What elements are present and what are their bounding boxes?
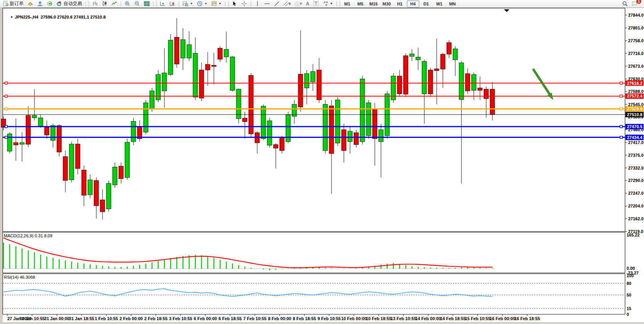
candle-body <box>174 37 179 64</box>
candle-body <box>471 74 476 90</box>
chart-symbol-period: JPN225-,H4 <box>15 15 38 19</box>
bar-chart-button[interactable] <box>90 0 100 8</box>
fibonacci-glyph: F <box>300 2 302 5</box>
line-handle[interactable] <box>5 125 7 128</box>
candle-body <box>106 183 111 209</box>
template-icon <box>211 1 217 7</box>
line-handle[interactable] <box>5 108 7 110</box>
candle-body <box>143 103 148 132</box>
candle-body <box>44 127 49 135</box>
rsi-panel[interactable] <box>3 274 625 314</box>
profile-icon <box>37 1 43 7</box>
line-handle[interactable] <box>620 95 622 97</box>
chart-collapse-icon: ▼ <box>10 15 13 19</box>
candle-body <box>317 70 321 100</box>
horizontal-line-button[interactable] <box>262 0 272 8</box>
cursor-button[interactable] <box>230 0 239 8</box>
chart-canvas[interactable]: 27844.027801.027758.027716.027673.027630… <box>0 8 644 324</box>
price-tick-label: 27545.0 <box>628 102 644 107</box>
timeframe-M5[interactable]: M5 <box>354 0 367 7</box>
candlestick-button[interactable] <box>100 0 109 8</box>
line-handle[interactable] <box>5 136 7 139</box>
candle-body <box>168 40 173 75</box>
price-tick-label: 27673.0 <box>628 64 644 69</box>
periods-clock-button[interactable]: ▼ <box>195 0 209 8</box>
crosshair-button[interactable] <box>239 0 249 8</box>
price-line-label: 27434.4 <box>627 135 643 140</box>
timeframe-M30[interactable]: M30 <box>381 0 393 7</box>
timeframe-group: M1M5M15M30H1H4D1W1MN <box>341 0 459 7</box>
label-button[interactable]: T <box>311 0 321 8</box>
new-order-icon <box>3 1 9 7</box>
candle-body <box>100 200 105 212</box>
rsi-axis-label: 0 <box>627 312 629 317</box>
candle-body <box>335 100 340 143</box>
candle-body <box>75 144 80 168</box>
time-tick-label: 31 Jan 18:55 <box>69 316 94 321</box>
price-tick-label: 27844.0 <box>628 13 644 17</box>
line-handle[interactable] <box>620 82 622 84</box>
candle-body <box>14 142 18 145</box>
line-handle[interactable] <box>620 125 622 128</box>
time-tick-label: 3 Feb 10:55 <box>169 316 192 321</box>
chart-title: ▼JPN225-,H4 27596.0 27620.6 27491.1 2751… <box>3 10 106 24</box>
timeframe-W1[interactable]: W1 <box>433 0 446 7</box>
time-tick-label: 6 Feb 18:55 <box>219 316 242 321</box>
search-button[interactable] <box>620 0 630 8</box>
timeframe-D1[interactable]: D1 <box>420 0 432 7</box>
candlestick-icon <box>102 1 108 7</box>
timeframe-M15[interactable]: M15 <box>367 0 380 7</box>
toolbar-separator <box>153 1 154 7</box>
timeframe-MN[interactable]: MN <box>446 0 459 7</box>
timeframe-M1[interactable]: M1 <box>341 0 354 7</box>
notifications-button[interactable]: 1 <box>630 0 639 8</box>
candle-body <box>187 45 191 58</box>
dropdown-caret-icon: ▼ <box>204 2 207 5</box>
market-watch-button[interactable] <box>26 0 35 8</box>
price-tick-label: 27417.0 <box>628 140 644 145</box>
candle-body <box>366 103 371 136</box>
zoom-out-button[interactable] <box>132 0 142 8</box>
line-handle[interactable] <box>5 82 7 84</box>
line-handle[interactable] <box>620 136 622 139</box>
text-button[interactable]: A <box>304 0 311 8</box>
candle-body <box>428 70 433 94</box>
candle-body <box>490 89 495 115</box>
label-icon: T <box>313 1 319 6</box>
add-indicator-button[interactable]: ▼ <box>181 0 195 8</box>
candle-body <box>205 64 210 70</box>
candle-body <box>323 105 328 151</box>
tile-windows-button[interactable] <box>142 0 152 8</box>
line-handle[interactable] <box>5 95 7 97</box>
line-chart-button[interactable] <box>109 0 119 8</box>
candle-body <box>88 180 92 195</box>
line-handle[interactable] <box>620 108 622 110</box>
profile-button[interactable] <box>35 0 45 8</box>
candle-body <box>459 63 464 99</box>
arrows-button[interactable]: ▼ <box>321 0 335 8</box>
auto-trading-button[interactable]: 自动交易 <box>55 0 84 8</box>
vertical-line-button[interactable] <box>253 0 262 8</box>
auto-trading-label: 自动交易 <box>63 0 82 7</box>
timeframe-H4[interactable]: H4 <box>407 0 419 7</box>
time-tick-label: 6 Feb 00:00 <box>194 316 217 321</box>
trendline-button[interactable] <box>272 0 282 8</box>
signal-button[interactable] <box>45 0 55 8</box>
toolbar-grip <box>88 1 89 7</box>
template-button[interactable]: ▼ <box>209 0 224 8</box>
shift-end-button[interactable] <box>158 0 167 8</box>
zoom-in-button[interactable] <box>123 0 132 8</box>
candle-body <box>372 109 377 139</box>
fibonacci-button[interactable]: F <box>293 0 304 8</box>
candle-body <box>354 133 359 145</box>
candle-body <box>261 106 266 139</box>
shift-chart-button[interactable] <box>167 0 177 8</box>
channel-button[interactable]: E <box>282 0 293 8</box>
candle-body <box>243 118 247 122</box>
candle-body <box>360 79 365 142</box>
toolbar-grip <box>156 1 157 7</box>
new-order-button[interactable]: 新订单 <box>1 0 26 8</box>
dropdown-caret-icon: ▼ <box>219 2 222 5</box>
candle-body <box>329 106 334 153</box>
timeframe-H1[interactable]: H1 <box>394 0 406 7</box>
